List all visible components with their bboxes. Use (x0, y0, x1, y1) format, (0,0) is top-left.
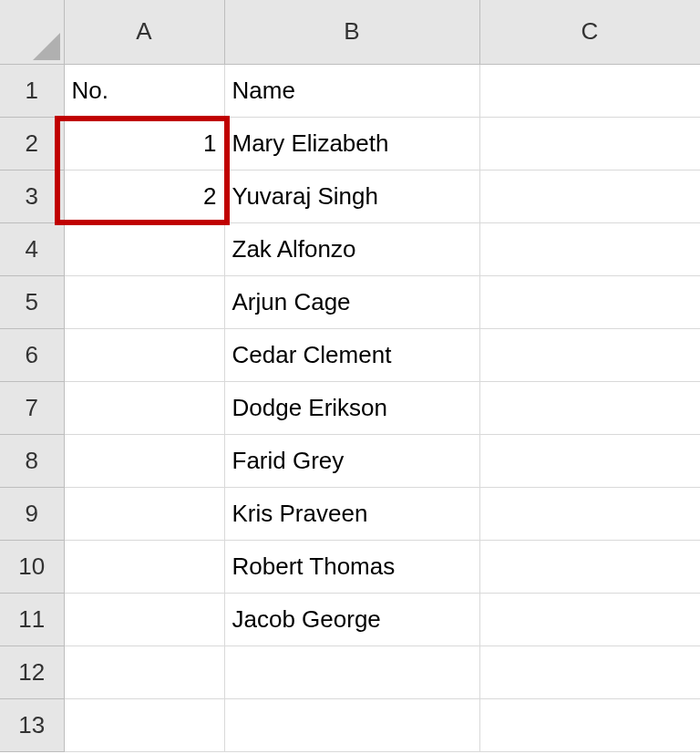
cell-A7[interactable] (64, 381, 224, 434)
cell-B12[interactable] (224, 646, 479, 698)
spreadsheet-grid[interactable]: A B C 1 No. Name 2 1 Mary Elizabeth 3 2 … (0, 0, 700, 752)
cell-C10[interactable] (479, 540, 700, 593)
row-header-12[interactable]: 12 (0, 646, 64, 698)
cell-C13[interactable] (479, 698, 700, 751)
select-all-corner[interactable] (0, 0, 64, 64)
row-8: 8 Farid Grey (0, 434, 700, 487)
cell-B10[interactable]: Robert Thomas (224, 540, 479, 593)
row-9: 9 Kris Praveen (0, 487, 700, 540)
row-2: 2 1 Mary Elizabeth (0, 117, 700, 170)
row-header-1[interactable]: 1 (0, 64, 64, 117)
row-header-4[interactable]: 4 (0, 222, 64, 275)
row-header-13[interactable]: 13 (0, 698, 64, 751)
row-header-9[interactable]: 9 (0, 487, 64, 540)
row-header-3[interactable]: 3 (0, 170, 64, 222)
cell-B6[interactable]: Cedar Clement (224, 328, 479, 381)
cell-C11[interactable] (479, 593, 700, 646)
cell-C1[interactable] (479, 64, 700, 117)
cell-A2[interactable]: 1 (64, 117, 224, 170)
cell-A5[interactable] (64, 275, 224, 328)
row-header-2[interactable]: 2 (0, 117, 64, 170)
row-13: 13 (0, 698, 700, 751)
row-3: 3 2 Yuvaraj Singh (0, 170, 700, 222)
row-10: 10 Robert Thomas (0, 540, 700, 593)
row-4: 4 Zak Alfonzo (0, 222, 700, 275)
cell-C4[interactable] (479, 222, 700, 275)
cell-C7[interactable] (479, 381, 700, 434)
cell-A4[interactable] (64, 222, 224, 275)
cell-B11[interactable]: Jacob George (224, 593, 479, 646)
cell-A8[interactable] (64, 434, 224, 487)
row-12: 12 (0, 646, 700, 698)
cell-B2[interactable]: Mary Elizabeth (224, 117, 479, 170)
select-all-triangle-icon (33, 33, 60, 60)
row-header-7[interactable]: 7 (0, 381, 64, 434)
row-header-6[interactable]: 6 (0, 328, 64, 381)
cell-B9[interactable]: Kris Praveen (224, 487, 479, 540)
row-header-5[interactable]: 5 (0, 275, 64, 328)
column-header-C[interactable]: C (479, 0, 700, 64)
spreadsheet-viewport: A B C 1 No. Name 2 1 Mary Elizabeth 3 2 … (0, 0, 700, 754)
cell-C12[interactable] (479, 646, 700, 698)
cell-B7[interactable]: Dodge Erikson (224, 381, 479, 434)
cell-B1[interactable]: Name (224, 64, 479, 117)
row-5: 5 Arjun Cage (0, 275, 700, 328)
cell-C3[interactable] (479, 170, 700, 222)
row-6: 6 Cedar Clement (0, 328, 700, 381)
cell-A11[interactable] (64, 593, 224, 646)
cell-C9[interactable] (479, 487, 700, 540)
row-1: 1 No. Name (0, 64, 700, 117)
row-header-11[interactable]: 11 (0, 593, 64, 646)
row-header-10[interactable]: 10 (0, 540, 64, 593)
cell-A6[interactable] (64, 328, 224, 381)
cell-A13[interactable] (64, 698, 224, 751)
cell-A1[interactable]: No. (64, 64, 224, 117)
row-7: 7 Dodge Erikson (0, 381, 700, 434)
cell-B8[interactable]: Farid Grey (224, 434, 479, 487)
cell-B5[interactable]: Arjun Cage (224, 275, 479, 328)
cell-C5[interactable] (479, 275, 700, 328)
svg-marker-0 (33, 33, 60, 60)
cell-C8[interactable] (479, 434, 700, 487)
column-header-A[interactable]: A (64, 0, 224, 64)
cell-A12[interactable] (64, 646, 224, 698)
column-header-B[interactable]: B (224, 0, 479, 64)
cell-A3[interactable]: 2 (64, 170, 224, 222)
cell-A9[interactable] (64, 487, 224, 540)
cell-B3[interactable]: Yuvaraj Singh (224, 170, 479, 222)
row-11: 11 Jacob George (0, 593, 700, 646)
row-header-8[interactable]: 8 (0, 434, 64, 487)
cell-C2[interactable] (479, 117, 700, 170)
cell-B4[interactable]: Zak Alfonzo (224, 222, 479, 275)
cell-A10[interactable] (64, 540, 224, 593)
cell-B13[interactable] (224, 698, 479, 751)
cell-C6[interactable] (479, 328, 700, 381)
